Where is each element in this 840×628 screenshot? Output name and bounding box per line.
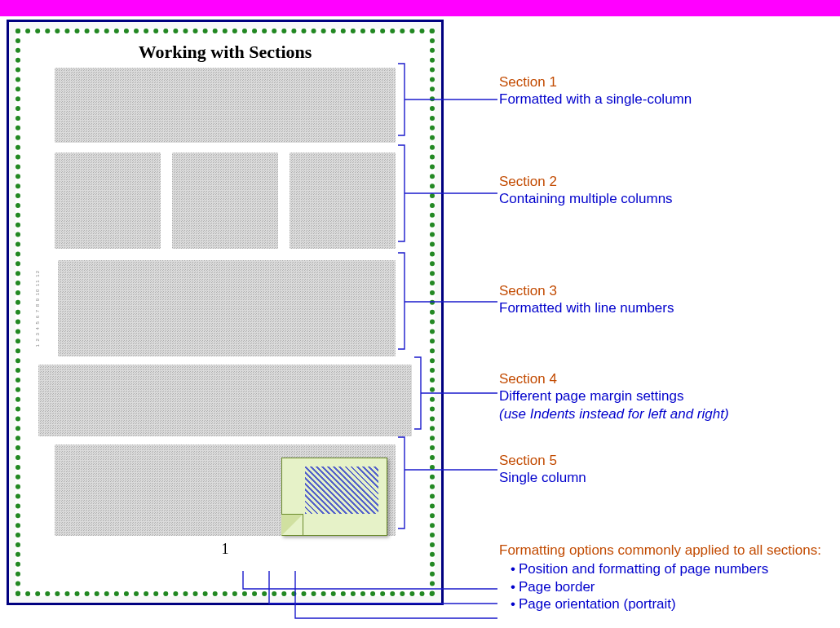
- callout-footer: Formatting options commonly applied to a…: [499, 542, 825, 613]
- callout-header: Section 2: [499, 173, 825, 190]
- line-number-gutter: 1 2 3 4 5 6 7 8 9 10 11 12: [35, 260, 53, 356]
- section-5-single-column: [55, 444, 396, 536]
- page-number: 1: [32, 541, 418, 558]
- sticky-note-icon: [281, 458, 387, 536]
- section-2-col-2: [172, 153, 278, 249]
- section-2-col-1: [55, 153, 161, 249]
- callout-footer-header: Formatting options commonly applied to a…: [499, 542, 825, 559]
- callout-header: Section 5: [499, 452, 825, 469]
- callout-header: Section 4: [499, 370, 825, 387]
- callout-text: Different page margin settings: [499, 387, 825, 405]
- footer-bullet: Page border: [511, 578, 825, 595]
- callout-text: Single column: [499, 469, 825, 486]
- callout-text: Formatted with a single-column: [499, 91, 825, 108]
- footer-bullet: Page orientation (portrait): [511, 595, 825, 613]
- page-title: Working with Sections: [32, 42, 418, 63]
- page-border: Working with Sections 1 2 3 4 5 6 7 8 9 …: [15, 29, 435, 596]
- section-3-line-numbers: 1 2 3 4 5 6 7 8 9 10 11 12: [35, 260, 396, 356]
- callout-header: Section 1: [499, 73, 825, 91]
- callout-header: Section 3: [499, 282, 825, 299]
- callout-text: Formatted with line numbers: [499, 299, 825, 316]
- section-4-margins: [38, 365, 412, 436]
- section-3-body: [58, 260, 396, 356]
- callout-text: Containing multiple columns: [499, 190, 825, 207]
- section-2-multi-column: [55, 153, 396, 249]
- section-1-single-column: [55, 68, 396, 143]
- footer-bullet: Position and formatting of page numbers: [511, 560, 825, 577]
- section-2-col-3: [290, 153, 396, 249]
- callout-section-3: Section 3 Formatted with line numbers: [499, 282, 825, 317]
- callout-section-2: Section 2 Containing multiple columns: [499, 173, 825, 208]
- callout-section-5: Section 5 Single column: [499, 452, 825, 487]
- callout-note: (use Indents instead for left and right): [499, 405, 825, 422]
- callout-section-4: Section 4 Different page margin settings…: [499, 370, 825, 422]
- callout-section-1: Section 1 Formatted with a single-column: [499, 73, 825, 108]
- top-accent-bar: [0, 0, 840, 16]
- page-preview: Working with Sections 1 2 3 4 5 6 7 8 9 …: [7, 20, 444, 605]
